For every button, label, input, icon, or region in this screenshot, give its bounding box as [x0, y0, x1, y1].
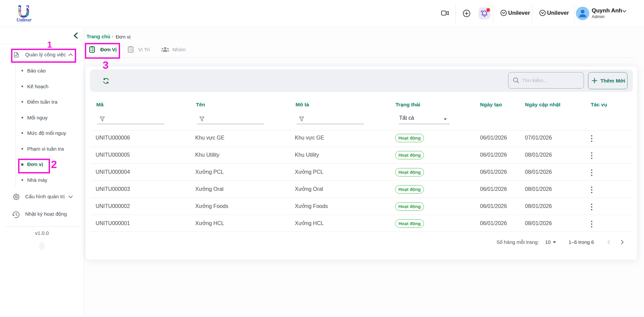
svg-text:Unilever: Unilever: [16, 17, 32, 22]
